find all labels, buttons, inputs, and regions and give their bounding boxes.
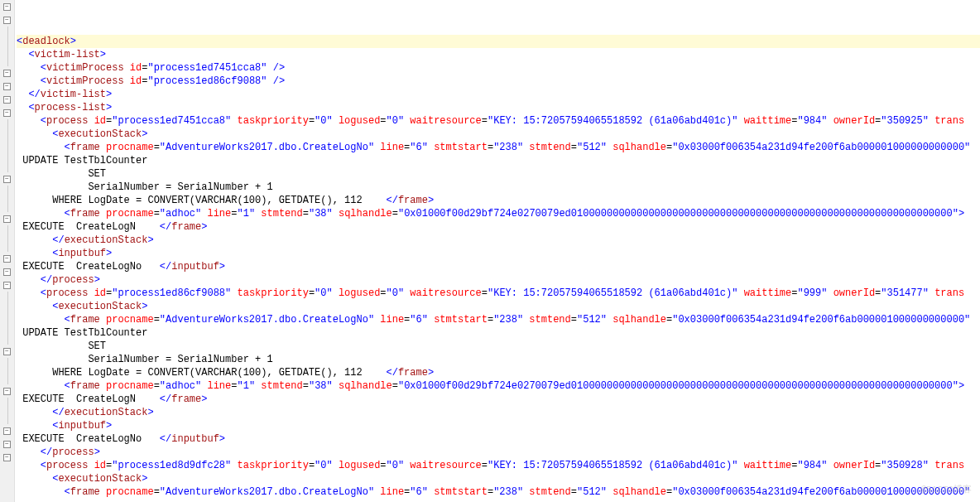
fold-mark xyxy=(0,53,14,66)
code-line[interactable]: </victim-list> xyxy=(17,88,980,101)
fold-mark[interactable]: − xyxy=(0,13,14,27)
fold-mark[interactable]: − xyxy=(0,345,14,358)
fold-mark[interactable]: − xyxy=(0,106,14,119)
fold-collapse-icon[interactable]: − xyxy=(3,454,11,461)
fold-mark xyxy=(0,225,14,239)
fold-mark[interactable]: − xyxy=(0,265,14,278)
fold-mark xyxy=(0,239,14,252)
fold-gutter: −−−−−−−−−−−−−−−− xyxy=(0,0,15,502)
code-line[interactable]: SET xyxy=(17,167,980,181)
code-line[interactable]: EXECUTE CreateLogNo </inputbuf> xyxy=(17,260,980,273)
code-line[interactable]: WHERE LogDate = CONVERT(VARCHAR(100), GE… xyxy=(17,194,980,207)
code-line[interactable]: </executionStack> xyxy=(17,234,980,247)
code-line[interactable]: <frame procname="AdventureWorks2017.dbo.… xyxy=(17,485,980,499)
fold-mark xyxy=(0,27,14,40)
code-line[interactable]: <deadlock> xyxy=(17,35,980,48)
fold-collapse-icon[interactable]: − xyxy=(3,96,11,104)
fold-mark xyxy=(0,292,14,305)
code-area[interactable]: @51CTO博客 <deadlock> <victim-list> <victi… xyxy=(15,0,980,502)
fold-collapse-icon[interactable]: − xyxy=(3,441,11,448)
code-line[interactable]: <process id="process1ed86cf9088" taskpri… xyxy=(17,287,980,300)
code-line[interactable]: <inputbuf> xyxy=(17,247,980,260)
code-line[interactable]: <frame procname="adhoc" line="1" stmtend… xyxy=(17,207,980,220)
fold-mark xyxy=(0,146,14,159)
code-line[interactable]: UPDATE TestTblCounter xyxy=(17,326,980,340)
code-line[interactable]: EXECUTE CreateLogNo </inputbuf> xyxy=(17,432,980,446)
fold-collapse-icon[interactable]: − xyxy=(3,176,11,183)
code-line[interactable]: <frame procname="AdventureWorks2017.dbo.… xyxy=(17,141,980,154)
xml-editor: −−−−−−−−−−−−−−−− @51CTO博客 <deadlock> <vi… xyxy=(0,0,980,502)
code-line[interactable]: <process-list> xyxy=(17,101,980,114)
code-line[interactable]: UPDATE TestTblCounter xyxy=(17,154,980,167)
fold-collapse-icon[interactable]: − xyxy=(3,388,11,395)
watermark-text: @51CTO博客 xyxy=(920,483,972,495)
code-line[interactable]: <victimProcess id="process1ed7451cca8" /… xyxy=(17,61,980,75)
fold-collapse-icon[interactable]: − xyxy=(3,255,11,263)
code-line[interactable]: <frame procname="AdventureWorks2017.dbo.… xyxy=(17,313,980,326)
fold-mark[interactable]: − xyxy=(0,0,14,13)
fold-collapse-icon[interactable]: − xyxy=(3,348,11,355)
fold-mark xyxy=(0,371,14,384)
fold-mark[interactable]: − xyxy=(0,66,14,80)
fold-mark xyxy=(0,133,14,146)
fold-mark[interactable]: − xyxy=(0,252,14,265)
code-line[interactable]: EXECUTE CreateLogN </frame> xyxy=(17,393,980,406)
fold-mark xyxy=(0,411,14,424)
fold-mark xyxy=(0,331,14,345)
fold-mark xyxy=(0,119,14,133)
code-line[interactable]: </executionStack> xyxy=(17,406,980,419)
code-line[interactable]: <executionStack> xyxy=(17,472,980,485)
fold-mark xyxy=(0,186,14,199)
fold-collapse-icon[interactable]: − xyxy=(3,3,11,11)
fold-mark xyxy=(0,318,14,331)
fold-mark xyxy=(0,159,14,172)
fold-mark[interactable]: − xyxy=(0,424,14,437)
fold-mark xyxy=(0,40,14,53)
code-line[interactable]: WHERE LogDate = CONVERT(VARCHAR(100), GE… xyxy=(17,366,980,379)
code-line[interactable]: <process id="process1ed8d9dfc28" taskpri… xyxy=(17,459,980,472)
fold-collapse-icon[interactable]: − xyxy=(3,83,11,90)
fold-mark[interactable]: − xyxy=(0,212,14,225)
code-line[interactable]: <executionStack> xyxy=(17,128,980,141)
code-line[interactable]: SET xyxy=(17,340,980,353)
code-line[interactable]: </process> xyxy=(17,273,980,287)
fold-collapse-icon[interactable]: − xyxy=(3,215,11,223)
fold-collapse-icon[interactable]: − xyxy=(3,109,11,117)
fold-mark[interactable]: − xyxy=(0,278,14,292)
code-line[interactable]: <frame procname="adhoc" line="1" stmtend… xyxy=(17,379,980,393)
fold-mark[interactable]: − xyxy=(0,384,14,398)
fold-mark[interactable]: − xyxy=(0,451,14,464)
fold-mark[interactable]: − xyxy=(0,93,14,106)
code-line[interactable]: <process id="process1ed7451cca8" taskpri… xyxy=(17,114,980,128)
code-line[interactable]: <victim-list> xyxy=(17,48,980,61)
code-line[interactable]: <executionStack> xyxy=(17,300,980,313)
code-line[interactable]: SerialNumber = SerialNumber + 1 xyxy=(17,181,980,194)
code-line[interactable]: SerialNumber = SerialNumber + 1 xyxy=(17,353,980,366)
fold-mark xyxy=(0,199,14,212)
fold-collapse-icon[interactable]: − xyxy=(3,282,11,289)
fold-collapse-icon[interactable]: − xyxy=(3,17,11,24)
fold-collapse-icon[interactable]: − xyxy=(3,268,11,276)
code-line[interactable]: EXECUTE CreateLogN </frame> xyxy=(17,220,980,234)
fold-collapse-icon[interactable]: − xyxy=(3,70,11,77)
fold-collapse-icon[interactable]: − xyxy=(3,427,11,435)
fold-mark xyxy=(0,305,14,318)
fold-mark[interactable]: − xyxy=(0,172,14,186)
code-line[interactable]: <inputbuf> xyxy=(17,419,980,432)
fold-mark[interactable]: − xyxy=(0,437,14,451)
code-line[interactable]: <victimProcess id="process1ed86cf9088" /… xyxy=(17,75,980,88)
fold-mark xyxy=(0,398,14,411)
fold-mark xyxy=(0,358,14,371)
code-line[interactable]: </process> xyxy=(17,446,980,459)
fold-mark[interactable]: − xyxy=(0,80,14,93)
